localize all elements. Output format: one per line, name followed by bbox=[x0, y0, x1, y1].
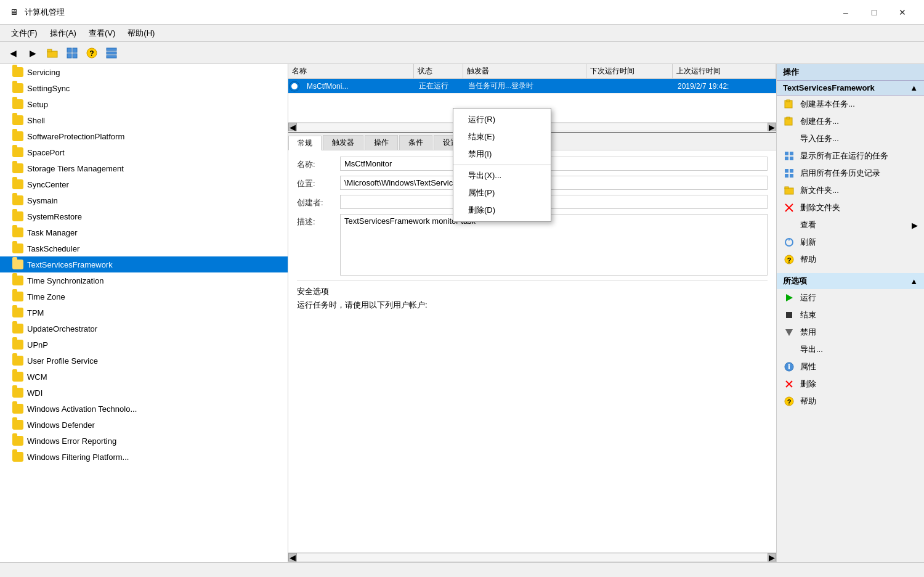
tab-triggers[interactable]: 触发器 bbox=[323, 135, 363, 150]
action-refresh[interactable]: 刷新 bbox=[777, 234, 924, 251]
folder-icon bbox=[12, 131, 23, 141]
description-label: 描述: bbox=[297, 214, 340, 227]
svg-rect-8 bbox=[107, 48, 116, 51]
view-button[interactable] bbox=[102, 44, 121, 62]
forward-button[interactable]: ▶ bbox=[23, 44, 42, 62]
context-menu-end[interactable]: 结束(E) bbox=[453, 128, 551, 145]
sidebar-item-time-sync[interactable]: Time Synchronization bbox=[0, 272, 288, 288]
sidebar-item-servicing[interactable]: Servicing bbox=[0, 64, 288, 80]
sidebar-item-win-error-reporting[interactable]: Windows Error Reporting bbox=[0, 433, 288, 449]
menu-view[interactable]: 查看(V) bbox=[83, 25, 121, 41]
sidebar-item-wdi[interactable]: WDI bbox=[0, 385, 288, 401]
tab-general[interactable]: 常规 bbox=[288, 136, 322, 150]
menu-action[interactable]: 操作(A) bbox=[44, 25, 83, 41]
sidebar-item-synccenter[interactable]: SyncCenter bbox=[0, 176, 288, 192]
action-delete-folder[interactable]: 删除文件夹 bbox=[777, 199, 924, 216]
action-enable-history[interactable]: 启用所有任务历史记录 bbox=[777, 165, 924, 182]
context-menu-run[interactable]: 运行(R) bbox=[453, 111, 551, 128]
action-import[interactable]: 导入任务... bbox=[777, 130, 924, 147]
action-label: 属性 bbox=[800, 361, 816, 372]
run-icon bbox=[783, 292, 795, 304]
show-running-icon bbox=[783, 150, 795, 162]
minimize-button[interactable]: – bbox=[832, 3, 860, 22]
close-button[interactable]: ✕ bbox=[888, 3, 917, 22]
action-export[interactable]: 导出... bbox=[777, 341, 924, 358]
sidebar-item-text-services[interactable]: TextServicesFramework bbox=[0, 256, 288, 272]
sidebar-item-time-zone[interactable]: Time Zone bbox=[0, 288, 288, 305]
sidebar-item-update-orchestrator[interactable]: UpdateOrchestrator bbox=[0, 321, 288, 337]
col-name[interactable]: 名称 bbox=[288, 64, 414, 78]
action-show-running[interactable]: 显示所有正在运行的任务 bbox=[777, 147, 924, 165]
detail-horizontal-scrollbar[interactable]: ◀ ▶ bbox=[288, 552, 776, 562]
create-basic-icon bbox=[783, 98, 795, 110]
menu-file[interactable]: 文件(F) bbox=[5, 25, 44, 41]
action-label: 创建基本任务... bbox=[800, 99, 855, 110]
action-properties[interactable]: 属性 bbox=[777, 358, 924, 375]
creator-input[interactable] bbox=[340, 195, 768, 209]
sidebar-item-spaceport[interactable]: SpacePort bbox=[0, 144, 288, 160]
sidebar-item-win-defender[interactable]: Windows Defender bbox=[0, 417, 288, 433]
task-row[interactable]: MsCtfMoni... 正在运行 当任务可用...登录时 2019/2/7 1… bbox=[288, 79, 776, 94]
col-next-run[interactable]: 下次运行时间 bbox=[586, 64, 673, 78]
help-main-icon: ? bbox=[783, 253, 795, 266]
sidebar-item-user-profile[interactable]: User Profile Service bbox=[0, 353, 288, 369]
tab-actions[interactable]: 操作 bbox=[365, 135, 398, 150]
creator-label: 创建者: bbox=[297, 195, 340, 208]
folder-icon bbox=[12, 388, 23, 398]
up-button[interactable] bbox=[43, 44, 62, 62]
security-sub-label: 运行任务时，请使用以下列用户帐户: bbox=[297, 300, 768, 311]
col-status[interactable]: 状态 bbox=[414, 64, 463, 78]
location-input[interactable] bbox=[340, 176, 768, 190]
context-menu-properties[interactable]: 属性(P) bbox=[453, 184, 551, 202]
sidebar-item-upnp[interactable]: UPnP bbox=[0, 337, 288, 353]
collapse-icon[interactable]: ▲ bbox=[910, 83, 918, 92]
sidebar-item-task-scheduler[interactable]: TaskScheduler bbox=[0, 240, 288, 256]
menu-help[interactable]: 帮助(H) bbox=[121, 25, 161, 41]
folder-icon bbox=[12, 115, 23, 125]
sidebar-item-tpm[interactable]: TPM bbox=[0, 305, 288, 321]
sidebar-item-setup[interactable]: Setup bbox=[0, 96, 288, 112]
action-label: 帮助 bbox=[800, 396, 816, 407]
action-end[interactable]: 结束 bbox=[777, 306, 924, 324]
action-new-folder[interactable]: 新文件夹... bbox=[777, 182, 924, 199]
action-create-basic[interactable]: 创建基本任务... bbox=[777, 96, 924, 113]
description-textarea[interactable]: TextServicesFramework monitor task bbox=[340, 214, 768, 276]
context-menu-disable[interactable]: 禁用(I) bbox=[453, 145, 551, 163]
sidebar-item-shell[interactable]: Shell bbox=[0, 112, 288, 128]
name-input[interactable] bbox=[340, 157, 768, 171]
sub-collapse-icon[interactable]: ▲ bbox=[910, 277, 918, 286]
svg-rect-5 bbox=[73, 54, 77, 58]
action-help-main[interactable]: ? 帮助 bbox=[777, 251, 924, 268]
tab-conditions[interactable]: 条件 bbox=[399, 135, 432, 150]
col-trigger[interactable]: 触发器 bbox=[463, 64, 586, 78]
svg-rect-1 bbox=[47, 49, 52, 52]
folder-icon bbox=[12, 211, 23, 221]
back-button[interactable]: ◀ bbox=[4, 44, 22, 62]
sidebar-item-storage-tiers[interactable]: Storage Tiers Management bbox=[0, 160, 288, 176]
sidebar-item-wcm[interactable]: WCM bbox=[0, 369, 288, 385]
action-delete[interactable]: 删除 bbox=[777, 375, 924, 393]
context-menu-export[interactable]: 导出(X)... bbox=[453, 167, 551, 184]
sidebar-item-software-protection[interactable]: SoftwareProtectionPlatform bbox=[0, 128, 288, 144]
sidebar-item-win-filtering[interactable]: Windows Filtering Platform... bbox=[0, 449, 288, 465]
maximize-button[interactable]: □ bbox=[860, 3, 888, 22]
sidebar-item-systemrestore[interactable]: SystemRestore bbox=[0, 208, 288, 224]
action-disable[interactable]: 禁用 bbox=[777, 324, 924, 341]
sidebar-item-sysmain[interactable]: Sysmain bbox=[0, 192, 288, 208]
action-label: 启用所有任务历史记录 bbox=[800, 168, 880, 179]
svg-point-36 bbox=[788, 364, 790, 366]
action-view[interactable]: 查看 ▶ bbox=[777, 216, 924, 234]
action-help-sub[interactable]: ? 帮助 bbox=[777, 393, 924, 410]
action-run[interactable]: 运行 bbox=[777, 289, 924, 306]
action-create-task[interactable]: 创建任务... bbox=[777, 113, 924, 130]
col-last-run[interactable]: 上次运行时间 bbox=[673, 64, 776, 78]
action-label: 帮助 bbox=[800, 254, 816, 265]
context-menu-delete[interactable]: 删除(D) bbox=[453, 202, 551, 219]
sidebar-item-settingsync[interactable]: SettingSync bbox=[0, 80, 288, 96]
export-icon bbox=[783, 343, 795, 356]
show-button[interactable] bbox=[63, 44, 81, 62]
help-toolbar-button[interactable]: ? bbox=[83, 44, 101, 62]
sidebar-item-win-activation[interactable]: Windows Activation Technolo... bbox=[0, 401, 288, 417]
sidebar-item-task-manager[interactable]: Task Manager bbox=[0, 224, 288, 240]
window-title: 计算机管理 bbox=[25, 7, 832, 18]
